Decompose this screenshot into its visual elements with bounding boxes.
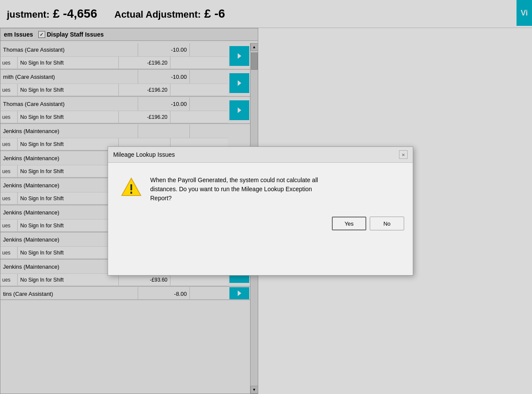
warning-icon bbox=[121, 177, 142, 197]
modal-title: Mileage Lookup Issues bbox=[113, 151, 175, 158]
modal-message-line1: When the Payroll Generated, the system c… bbox=[150, 177, 318, 183]
svg-rect-2 bbox=[130, 192, 132, 194]
modal-titlebar: Mileage Lookup Issues × bbox=[108, 147, 413, 163]
modal-footer: Yes No bbox=[108, 211, 413, 237]
modal-message: When the Payroll Generated, the system c… bbox=[150, 176, 318, 203]
modal-body: When the Payroll Generated, the system c… bbox=[108, 163, 413, 211]
modal-close-button[interactable]: × bbox=[399, 150, 408, 159]
modal-overlay: Mileage Lookup Issues × When the Payroll… bbox=[0, 0, 532, 394]
modal-message-line2: distances. Do you want to run the Mileag… bbox=[150, 186, 312, 192]
svg-rect-1 bbox=[130, 184, 132, 190]
no-button[interactable]: No bbox=[370, 217, 404, 230]
yes-button[interactable]: Yes bbox=[332, 217, 366, 230]
modal-message-line3: Report? bbox=[150, 195, 172, 202]
modal-dialog: Mileage Lookup Issues × When the Payroll… bbox=[108, 146, 413, 276]
background-screen: justment: £ -4,656 Actual Adjustment: £ … bbox=[0, 0, 532, 394]
